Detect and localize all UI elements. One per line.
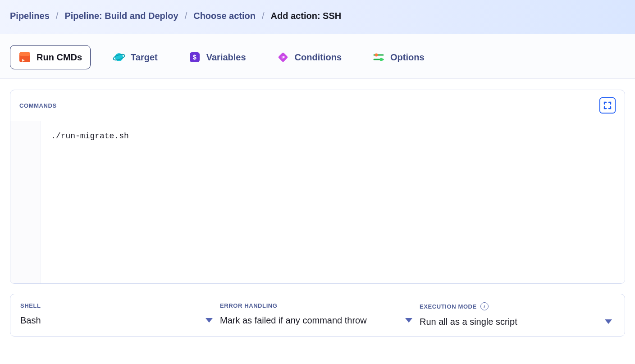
breadcrumb-separator: / bbox=[56, 11, 59, 21]
execution-mode-value: Run all as a single script bbox=[420, 317, 615, 327]
svg-text:$: $ bbox=[193, 54, 196, 61]
svg-marker-13 bbox=[206, 318, 213, 323]
breadcrumb-link-pipelines[interactable]: Pipelines bbox=[10, 11, 50, 21]
editor-wrap bbox=[10, 121, 625, 283]
settings-panel: SHELL Bash ERROR HANDLING Mark as failed… bbox=[10, 294, 625, 337]
svg-point-11 bbox=[375, 54, 378, 57]
sliders-icon bbox=[372, 51, 385, 64]
editor-gutter bbox=[10, 121, 41, 283]
tab-label: Conditions bbox=[295, 52, 342, 63]
execution-mode-label: EXECUTION MODE i bbox=[420, 302, 615, 310]
svg-marker-14 bbox=[405, 318, 412, 323]
svg-point-12 bbox=[380, 58, 383, 61]
commands-editor[interactable] bbox=[41, 121, 625, 283]
commands-panel-header: COMMANDS bbox=[10, 90, 625, 121]
tab-label: Options bbox=[390, 52, 425, 63]
breadcrumb-link-choose-action[interactable]: Choose action bbox=[193, 11, 256, 21]
tabs-row: Run CMDs Target $ Variables IF Condition… bbox=[0, 34, 635, 79]
header: Pipelines / Pipeline: Build and Deploy /… bbox=[0, 0, 635, 34]
svg-rect-1 bbox=[19, 52, 30, 56]
execution-mode-setting: EXECUTION MODE i Run all as a single scr… bbox=[420, 302, 615, 327]
shell-label: SHELL bbox=[20, 302, 215, 309]
terminal-icon bbox=[18, 51, 31, 64]
breadcrumb-current: Add action: SSH bbox=[271, 11, 342, 21]
chevron-down-icon bbox=[405, 317, 412, 325]
commands-label: COMMANDS bbox=[19, 102, 57, 109]
info-icon[interactable]: i bbox=[480, 302, 489, 310]
chevron-down-icon bbox=[605, 318, 612, 326]
tab-variables[interactable]: $ Variables bbox=[180, 45, 255, 69]
chevron-down-icon bbox=[206, 317, 213, 325]
error-handling-label: ERROR HANDLING bbox=[220, 302, 415, 309]
error-handling-setting: ERROR HANDLING Mark as failed if any com… bbox=[220, 302, 415, 327]
svg-text:IF: IF bbox=[281, 55, 284, 59]
error-handling-value: Mark as failed if any command throw bbox=[220, 315, 415, 326]
shell-select[interactable]: Bash bbox=[20, 315, 215, 326]
content: COMMANDS SHELL Bash ERROR HANDLING bbox=[0, 79, 635, 350]
breadcrumb: Pipelines / Pipeline: Build and Deploy /… bbox=[10, 11, 625, 21]
execution-mode-label-text: EXECUTION MODE bbox=[420, 303, 477, 310]
expand-icon bbox=[603, 101, 612, 110]
tab-run-cmds[interactable]: Run CMDs bbox=[10, 45, 91, 69]
shell-value: Bash bbox=[20, 315, 215, 326]
breadcrumb-separator: / bbox=[262, 11, 265, 21]
diamond-icon: IF bbox=[277, 51, 289, 64]
tab-label: Run CMDs bbox=[37, 52, 82, 63]
dollar-icon: $ bbox=[188, 51, 201, 64]
tab-conditions[interactable]: IF Conditions bbox=[268, 45, 350, 69]
tab-target[interactable]: Target bbox=[104, 45, 166, 69]
breadcrumb-separator: / bbox=[185, 11, 187, 21]
tab-options[interactable]: Options bbox=[364, 45, 433, 69]
svg-marker-15 bbox=[605, 319, 612, 324]
commands-panel: COMMANDS bbox=[10, 90, 625, 284]
shell-setting: SHELL Bash bbox=[20, 302, 215, 327]
error-handling-select[interactable]: Mark as failed if any command throw bbox=[220, 315, 415, 326]
tab-label: Target bbox=[131, 52, 158, 63]
expand-button[interactable] bbox=[599, 97, 616, 114]
execution-mode-select[interactable]: Run all as a single script bbox=[420, 317, 615, 327]
planet-icon bbox=[113, 51, 125, 64]
breadcrumb-link-pipeline-detail[interactable]: Pipeline: Build and Deploy bbox=[64, 11, 178, 21]
tab-label: Variables bbox=[206, 52, 246, 63]
